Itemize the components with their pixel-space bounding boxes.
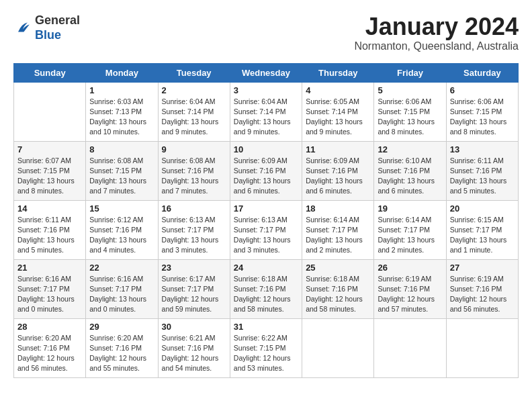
month-title: January 2024 (354, 13, 519, 40)
calendar-cell: 23Sunrise: 6:17 AM Sunset: 7:17 PM Dayli… (158, 259, 230, 318)
calendar-cell: 3Sunrise: 6:04 AM Sunset: 7:14 PM Daylig… (230, 82, 302, 141)
day-info: Sunrise: 6:15 AM Sunset: 7:17 PM Dayligh… (450, 215, 515, 256)
day-number: 10 (234, 144, 298, 154)
logo-text: General Blue (35, 13, 80, 42)
calendar-cell: 15Sunrise: 6:12 AM Sunset: 7:16 PM Dayli… (86, 200, 158, 259)
day-info: Sunrise: 6:17 AM Sunset: 7:17 PM Dayligh… (162, 274, 226, 315)
weekday-header: Monday (86, 63, 158, 82)
day-info: Sunrise: 6:06 AM Sunset: 7:15 PM Dayligh… (450, 97, 515, 138)
day-info: Sunrise: 6:14 AM Sunset: 7:17 PM Dayligh… (306, 215, 370, 256)
day-number: 20 (450, 203, 515, 214)
day-number: 28 (17, 322, 82, 332)
weekday-header: Wednesday (230, 63, 302, 82)
day-number: 23 (162, 263, 226, 273)
day-info: Sunrise: 6:04 AM Sunset: 7:14 PM Dayligh… (234, 97, 298, 138)
day-number: 15 (89, 203, 154, 214)
day-info: Sunrise: 6:08 AM Sunset: 7:15 PM Dayligh… (89, 156, 154, 197)
day-number: 5 (378, 85, 442, 95)
day-info: Sunrise: 6:10 AM Sunset: 7:16 PM Dayligh… (378, 156, 442, 197)
weekday-header: Saturday (446, 63, 518, 82)
calendar-week-row: 21Sunrise: 6:16 AM Sunset: 7:17 PM Dayli… (14, 259, 519, 318)
day-number: 27 (450, 263, 515, 273)
day-number: 19 (378, 203, 442, 214)
day-number: 12 (378, 144, 442, 154)
calendar-cell: 6Sunrise: 6:06 AM Sunset: 7:15 PM Daylig… (446, 82, 518, 141)
day-info: Sunrise: 6:20 AM Sunset: 7:16 PM Dayligh… (17, 333, 82, 374)
calendar-cell: 22Sunrise: 6:16 AM Sunset: 7:17 PM Dayli… (86, 259, 158, 318)
calendar-cell: 8Sunrise: 6:08 AM Sunset: 7:15 PM Daylig… (86, 141, 158, 200)
logo: General Blue (13, 13, 80, 42)
day-number: 4 (306, 85, 370, 95)
day-number: 22 (89, 263, 154, 273)
day-number: 6 (450, 85, 515, 95)
calendar-cell: 24Sunrise: 6:18 AM Sunset: 7:16 PM Dayli… (230, 259, 302, 318)
day-info: Sunrise: 6:20 AM Sunset: 7:16 PM Dayligh… (89, 333, 154, 374)
calendar-cell: 20Sunrise: 6:15 AM Sunset: 7:17 PM Dayli… (446, 200, 518, 259)
day-number: 18 (306, 203, 370, 214)
weekday-header: Thursday (302, 63, 374, 82)
day-info: Sunrise: 6:19 AM Sunset: 7:16 PM Dayligh… (378, 274, 442, 315)
day-number: 13 (450, 144, 515, 154)
day-info: Sunrise: 6:05 AM Sunset: 7:14 PM Dayligh… (306, 97, 370, 138)
calendar-cell: 10Sunrise: 6:09 AM Sunset: 7:16 PM Dayli… (230, 141, 302, 200)
calendar-cell: 12Sunrise: 6:10 AM Sunset: 7:16 PM Dayli… (374, 141, 446, 200)
day-info: Sunrise: 6:04 AM Sunset: 7:14 PM Dayligh… (162, 97, 226, 138)
calendar-cell: 5Sunrise: 6:06 AM Sunset: 7:15 PM Daylig… (374, 82, 446, 141)
calendar-cell: 29Sunrise: 6:20 AM Sunset: 7:16 PM Dayli… (86, 318, 158, 377)
day-info: Sunrise: 6:06 AM Sunset: 7:15 PM Dayligh… (378, 97, 442, 138)
day-info: Sunrise: 6:03 AM Sunset: 7:13 PM Dayligh… (89, 97, 154, 138)
calendar-cell: 26Sunrise: 6:19 AM Sunset: 7:16 PM Dayli… (374, 259, 446, 318)
weekday-header: Friday (374, 63, 446, 82)
calendar-cell: 16Sunrise: 6:13 AM Sunset: 7:17 PM Dayli… (158, 200, 230, 259)
day-info: Sunrise: 6:16 AM Sunset: 7:17 PM Dayligh… (89, 274, 154, 315)
day-number: 25 (306, 263, 370, 273)
calendar-cell: 19Sunrise: 6:14 AM Sunset: 7:17 PM Dayli… (374, 200, 446, 259)
calendar-cell (14, 82, 86, 141)
day-number: 7 (17, 144, 82, 154)
day-number: 16 (162, 203, 226, 214)
day-number: 9 (162, 144, 226, 154)
calendar-cell: 14Sunrise: 6:11 AM Sunset: 7:16 PM Dayli… (14, 200, 86, 259)
day-number: 1 (89, 85, 154, 95)
calendar-week-row: 1Sunrise: 6:03 AM Sunset: 7:13 PM Daylig… (14, 82, 519, 141)
calendar-week-row: 14Sunrise: 6:11 AM Sunset: 7:16 PM Dayli… (14, 200, 519, 259)
day-number: 26 (378, 263, 442, 273)
calendar-cell: 21Sunrise: 6:16 AM Sunset: 7:17 PM Dayli… (14, 259, 86, 318)
day-number: 3 (234, 85, 298, 95)
calendar-week-row: 28Sunrise: 6:20 AM Sunset: 7:16 PM Dayli… (14, 318, 519, 377)
calendar-cell: 2Sunrise: 6:04 AM Sunset: 7:14 PM Daylig… (158, 82, 230, 141)
calendar-cell: 4Sunrise: 6:05 AM Sunset: 7:14 PM Daylig… (302, 82, 374, 141)
day-number: 14 (17, 203, 82, 214)
page-header: General Blue January 2024 Normanton, Que… (13, 13, 519, 52)
day-info: Sunrise: 6:13 AM Sunset: 7:17 PM Dayligh… (234, 215, 298, 256)
calendar-table: SundayMondayTuesdayWednesdayThursdayFrid… (13, 63, 519, 378)
calendar-week-row: 7Sunrise: 6:07 AM Sunset: 7:15 PM Daylig… (14, 141, 519, 200)
day-info: Sunrise: 6:07 AM Sunset: 7:15 PM Dayligh… (17, 156, 82, 197)
calendar-cell: 30Sunrise: 6:21 AM Sunset: 7:16 PM Dayli… (158, 318, 230, 377)
calendar-cell: 11Sunrise: 6:09 AM Sunset: 7:16 PM Dayli… (302, 141, 374, 200)
day-number: 30 (162, 322, 226, 332)
calendar-cell: 31Sunrise: 6:22 AM Sunset: 7:15 PM Dayli… (230, 318, 302, 377)
location: Normanton, Queensland, Australia (354, 40, 519, 52)
day-info: Sunrise: 6:14 AM Sunset: 7:17 PM Dayligh… (378, 215, 442, 256)
day-number: 21 (17, 263, 82, 273)
day-info: Sunrise: 6:13 AM Sunset: 7:17 PM Dayligh… (162, 215, 226, 256)
calendar-cell: 25Sunrise: 6:18 AM Sunset: 7:16 PM Dayli… (302, 259, 374, 318)
day-number: 31 (234, 322, 298, 332)
day-info: Sunrise: 6:16 AM Sunset: 7:17 PM Dayligh… (17, 274, 82, 315)
weekday-header-row: SundayMondayTuesdayWednesdayThursdayFrid… (14, 63, 519, 82)
calendar-cell (446, 318, 518, 377)
calendar-cell: 27Sunrise: 6:19 AM Sunset: 7:16 PM Dayli… (446, 259, 518, 318)
calendar-cell: 17Sunrise: 6:13 AM Sunset: 7:17 PM Dayli… (230, 200, 302, 259)
day-info: Sunrise: 6:09 AM Sunset: 7:16 PM Dayligh… (306, 156, 370, 197)
day-info: Sunrise: 6:11 AM Sunset: 7:16 PM Dayligh… (450, 156, 515, 197)
day-info: Sunrise: 6:12 AM Sunset: 7:16 PM Dayligh… (89, 215, 154, 256)
calendar-cell: 28Sunrise: 6:20 AM Sunset: 7:16 PM Dayli… (14, 318, 86, 377)
day-number: 11 (306, 144, 370, 154)
day-info: Sunrise: 6:22 AM Sunset: 7:15 PM Dayligh… (234, 333, 298, 374)
calendar-cell: 13Sunrise: 6:11 AM Sunset: 7:16 PM Dayli… (446, 141, 518, 200)
day-info: Sunrise: 6:18 AM Sunset: 7:16 PM Dayligh… (234, 274, 298, 315)
day-number: 2 (162, 85, 226, 95)
day-info: Sunrise: 6:09 AM Sunset: 7:16 PM Dayligh… (234, 156, 298, 197)
day-number: 29 (89, 322, 154, 332)
